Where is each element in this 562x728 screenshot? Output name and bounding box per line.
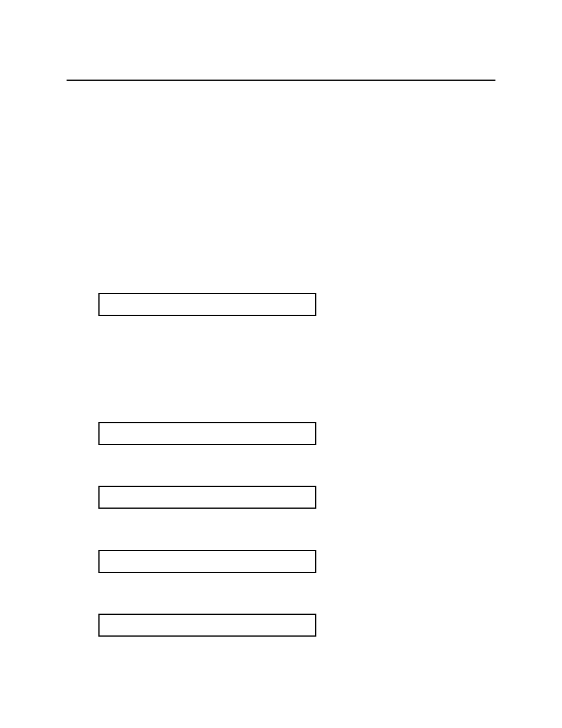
display-box [98,293,316,316]
display-box [98,614,316,637]
display-box [98,422,316,445]
header-rule [67,80,495,81]
display-box [98,550,316,573]
document-page [0,0,562,728]
display-box [98,486,316,509]
